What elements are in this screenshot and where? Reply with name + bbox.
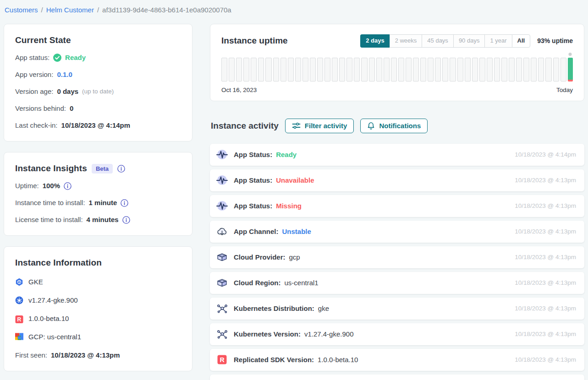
uptime-bar[interactable]	[465, 58, 471, 81]
version-age-label: Version age:	[15, 87, 53, 96]
info-icon[interactable]	[122, 216, 130, 224]
uptime-bar[interactable]	[450, 58, 456, 81]
activity-label: App Status:	[234, 176, 272, 184]
activity-row: App Channel: Unstable 10/18/2023 @ 4:13p…	[210, 221, 584, 243]
uptime-bar[interactable]	[531, 58, 537, 81]
license-install-value: 4 minutes	[87, 215, 119, 224]
uptime-bar[interactable]	[516, 58, 522, 81]
instance-information-title: Instance Information	[15, 258, 181, 268]
uptime-bar[interactable]	[538, 58, 544, 81]
uptime-bar[interactable]	[406, 58, 412, 81]
beta-badge: Beta	[92, 164, 113, 174]
replicated-icon: R	[216, 353, 228, 366]
uptime-bar[interactable]	[221, 58, 227, 81]
version-age-note: (up to date)	[82, 87, 114, 96]
range-button-2-days[interactable]: 2 days	[360, 34, 389, 48]
uptime-bar[interactable]	[332, 58, 338, 81]
activity-value: v1.27.4-gke.900	[304, 330, 354, 338]
app-channel-icon	[216, 225, 228, 238]
instance-insights-title: Instance Insights	[15, 163, 87, 174]
uptime-bar[interactable]	[354, 58, 360, 81]
bell-icon	[367, 122, 375, 130]
uptime-bar[interactable]	[553, 58, 559, 81]
uptime-bar-up-segment	[568, 58, 573, 80]
versions-behind-label: Versions behind:	[15, 104, 66, 113]
activity-timestamp: 10/18/2023 @ 4:13pm	[515, 202, 576, 209]
activity-value: 1.0.0-beta.10	[318, 356, 358, 364]
version-age-value: 0 days	[57, 87, 78, 96]
uptime-bar[interactable]	[258, 58, 264, 81]
uptime-bar[interactable]	[435, 58, 441, 81]
uptime-bar[interactable]	[339, 58, 345, 81]
activity-value: Ready	[276, 151, 297, 158]
instance-information-card: Instance Information GKE v1.27.4-gke.900…	[4, 246, 192, 371]
uptime-bar[interactable]	[523, 58, 529, 81]
uptime-bar[interactable]	[324, 58, 330, 81]
info-icon[interactable]	[117, 165, 125, 173]
uptime-bar[interactable]	[273, 58, 279, 81]
uptime-bar-down-segment	[568, 80, 573, 81]
uptime-bar[interactable]	[251, 58, 257, 81]
uptime-bar[interactable]	[420, 58, 426, 81]
range-button-all[interactable]: All	[512, 34, 531, 48]
uptime-bar[interactable]	[457, 58, 463, 81]
breadcrumb-customer-link[interactable]: Helm Customer	[46, 6, 94, 14]
check-circle-icon	[53, 54, 61, 62]
uptime-bar[interactable]	[369, 58, 375, 81]
uptime-bar[interactable]	[494, 58, 500, 81]
uptime-bar[interactable]	[280, 58, 286, 81]
range-button-45-days[interactable]: 45 days	[422, 34, 453, 48]
distribution-value: GKE	[28, 277, 43, 286]
uptime-bar[interactable]	[236, 58, 242, 81]
uptime-bar[interactable]	[398, 58, 404, 81]
uptime-bar[interactable]	[346, 58, 352, 81]
uptime-bar[interactable]	[295, 58, 301, 81]
uptime-bar[interactable]	[361, 58, 367, 81]
app-version-link[interactable]: 0.1.0	[57, 70, 72, 79]
uptime-bar[interactable]	[509, 58, 515, 81]
uptime-bar[interactable]	[413, 58, 419, 81]
uptime-bar[interactable]	[265, 58, 271, 81]
uptime-bar[interactable]	[229, 58, 235, 81]
uptime-bar[interactable]	[317, 58, 323, 81]
uptime-bar[interactable]	[288, 58, 294, 81]
info-icon[interactable]	[64, 182, 71, 190]
uptime-bar[interactable]	[568, 58, 573, 81]
uptime-bar[interactable]	[310, 58, 316, 81]
activity-value[interactable]: Unstable	[282, 228, 311, 235]
activity-label: App Status:	[234, 151, 272, 158]
uptime-bar[interactable]	[561, 58, 566, 81]
activity-timestamp: 10/18/2023 @ 4:13pm	[515, 228, 576, 235]
current-period-dot	[569, 53, 572, 56]
range-button-2-weeks[interactable]: 2 weeks	[390, 34, 422, 48]
uptime-bar[interactable]	[243, 58, 249, 81]
activity-value: Unavailable	[276, 176, 314, 184]
instance-install-label: Instance time to install:	[15, 198, 85, 207]
breadcrumb-customers-link[interactable]: Customers	[5, 6, 38, 14]
uptime-bar[interactable]	[384, 58, 390, 81]
uptime-bar[interactable]	[376, 58, 382, 81]
last-checkin-label: Last check-in:	[15, 121, 58, 130]
activity-row: Kubernetes Version: v1.27.4-gke.900 10/1…	[210, 323, 584, 345]
uptime-bar[interactable]	[487, 58, 493, 81]
uptime-bar[interactable]	[391, 58, 397, 81]
filter-activity-button[interactable]: Filter activity	[285, 119, 354, 133]
uptime-bar[interactable]	[442, 58, 448, 81]
cloud-value: GCP: us-central1	[28, 332, 81, 341]
range-button-90-days[interactable]: 90 days	[453, 34, 485, 48]
svg-text:R: R	[220, 356, 224, 364]
uptime-bar[interactable]	[428, 58, 434, 81]
uptime-bar[interactable]	[545, 58, 551, 81]
notifications-button[interactable]: Notifications	[360, 119, 428, 133]
uptime-chart	[221, 58, 573, 81]
uptime-bar[interactable]	[302, 58, 308, 81]
range-button-1-year[interactable]: 1 year	[484, 34, 511, 48]
activity-row: App Status: Ready 10/18/2023 @ 4:14pm	[210, 144, 584, 166]
license-install-label: License time to install:	[15, 215, 83, 224]
uptime-bar[interactable]	[501, 58, 507, 81]
uptime-bar[interactable]	[472, 58, 478, 81]
info-icon[interactable]	[121, 199, 128, 207]
current-state-title: Current State	[15, 35, 181, 45]
activity-timestamp: 10/18/2023 @ 4:14pm	[515, 151, 576, 158]
uptime-bar[interactable]	[479, 58, 485, 81]
